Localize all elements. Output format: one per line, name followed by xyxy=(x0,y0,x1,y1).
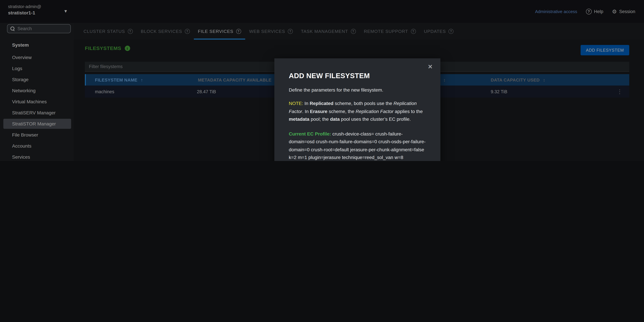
modal-title: ADD NEW FILESYSTEM xyxy=(289,72,426,80)
application-window: stratistor-admin@ stratistor1-1 ▾ Admini… xyxy=(0,0,644,161)
add-new-filesystem-modal: × ADD NEW FILESYSTEM Define the paramete… xyxy=(274,58,440,161)
close-icon[interactable]: × xyxy=(428,63,432,70)
ec-profile-paragraph: Current EC Profile: crush-device-class= … xyxy=(289,130,426,161)
note-paragraph: NOTE: In Replicated scheme, both pools u… xyxy=(289,100,426,123)
modal-subtitle: Define the parameters for the new filesy… xyxy=(289,87,426,92)
